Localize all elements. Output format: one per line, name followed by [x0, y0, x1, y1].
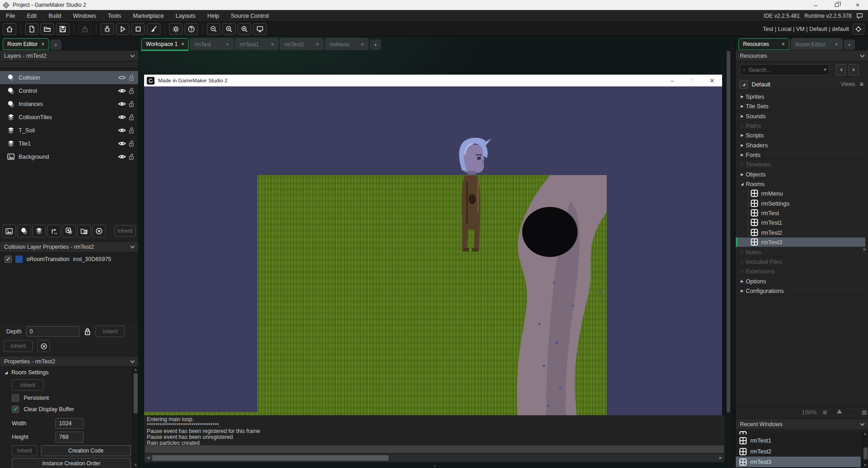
scroll-down-icon[interactable]: ▼ — [862, 463, 868, 468]
window-close-button[interactable]: × — [847, 0, 868, 10]
visibility-icon[interactable] — [118, 141, 126, 146]
menu-file[interactable]: File — [0, 10, 21, 21]
tab-room-editor[interactable]: Room Editor × — [3, 38, 49, 50]
close-icon[interactable]: × — [226, 41, 229, 48]
home-button[interactable] — [3, 23, 16, 35]
add-instance-layer-button[interactable] — [17, 225, 31, 237]
instance-color-swatch[interactable] — [15, 256, 23, 263]
new-project-button[interactable] — [25, 23, 39, 35]
tab-rmtest2[interactable]: rmTest2× — [280, 38, 324, 50]
add-layer-folder-button[interactable] — [77, 225, 91, 237]
clear-display-buffer-checkbox[interactable] — [12, 406, 19, 413]
game-maximize-button[interactable]: □ — [682, 75, 702, 86]
log-input-row[interactable] — [145, 445, 724, 453]
add-tab-button[interactable]: + — [844, 40, 855, 50]
unlock-icon[interactable] — [129, 153, 135, 160]
views-label[interactable]: Views — [841, 81, 855, 87]
tree-configurations[interactable]: Configurations — [736, 286, 865, 296]
recent-rmtest2[interactable]: rmTest2 — [736, 446, 861, 457]
scroll-up-icon[interactable]: ▲ — [862, 431, 868, 437]
expand-icon[interactable] — [738, 133, 746, 137]
tree-notes[interactable]: Notes — [736, 247, 865, 257]
zoom-reset-button[interactable] — [222, 23, 236, 35]
scroll-up-icon[interactable]: ▲ — [133, 367, 139, 372]
layer-inherit-button[interactable]: Inherit — [115, 225, 135, 237]
window-restore-button[interactable] — [826, 0, 847, 10]
menu-source-control[interactable]: Source Control — [225, 10, 274, 21]
collapse-icon[interactable] — [5, 370, 8, 375]
close-icon[interactable]: × — [271, 41, 274, 48]
tree-shaders[interactable]: Shaders — [736, 141, 865, 150]
stop-button[interactable] — [131, 23, 145, 35]
unlock-icon[interactable] — [129, 87, 135, 94]
tree-room-rmmenu[interactable]: rmMenu — [736, 189, 865, 198]
layer-row-background[interactable]: Background — [0, 150, 138, 163]
panel-collapse-handle[interactable]: ⌄ — [433, 463, 437, 468]
menu-windows[interactable]: Windows — [67, 10, 102, 21]
tree-included-files[interactable]: Included Files — [736, 257, 865, 267]
room-inherit-button[interactable]: Inherit — [12, 379, 44, 391]
expand-icon[interactable] — [738, 95, 746, 99]
creation-code-button[interactable]: Creation Code — [41, 445, 131, 456]
layer-row-tsoil[interactable]: T_Soil — [0, 124, 138, 137]
menu-edit[interactable]: Edit — [21, 10, 43, 21]
close-icon[interactable]: × — [835, 41, 838, 48]
build-target-text[interactable]: Test | Local | VM | Default | default — [763, 26, 849, 32]
lock-icon[interactable] — [84, 328, 91, 335]
visibility-icon[interactable] — [118, 88, 126, 94]
tab-rmtest1[interactable]: rmTest1× — [235, 38, 279, 50]
tree-sprites[interactable]: Sprites — [736, 92, 865, 101]
tab-resources[interactable]: Resources× — [738, 38, 789, 50]
zoom-slider-max[interactable] — [862, 410, 867, 415]
settings-button[interactable] — [169, 23, 183, 35]
tree-room-rmtest1[interactable]: rmTest1 — [736, 218, 865, 227]
instance-creation-order-button[interactable]: Instance Creation Order — [12, 458, 131, 468]
open-project-button[interactable] — [40, 23, 54, 35]
create-executable-button[interactable] — [78, 23, 92, 35]
tree-rooms[interactable]: Rooms — [736, 179, 865, 189]
search-prev-button[interactable] — [836, 64, 846, 75]
zoom-slider-track[interactable] — [829, 411, 858, 413]
add-background-layer-button[interactable] — [2, 225, 16, 237]
recent-scrollbar[interactable]: ▲ ▼ — [862, 431, 868, 468]
layer-row-tile1[interactable]: Tile1 — [0, 137, 138, 150]
zoom-in-button[interactable] — [238, 23, 251, 35]
expand-icon[interactable] — [738, 172, 746, 176]
add-tile-layer-button[interactable] — [32, 225, 46, 237]
tab-rmtest[interactable]: rmTest× — [190, 38, 234, 50]
room-width-input[interactable] — [55, 418, 84, 429]
scroll-right-icon[interactable]: ▶ — [718, 454, 724, 462]
add-workspace-button[interactable]: + — [370, 40, 381, 50]
tree-fonts[interactable]: Fonts — [736, 150, 865, 160]
tree-paths[interactable]: Paths — [736, 121, 865, 131]
creation-inherit-button[interactable]: Inherit — [12, 445, 37, 456]
debug-button[interactable] — [100, 23, 114, 35]
inherit-button[interactable]: Inherit — [4, 340, 33, 352]
resources-header[interactable]: Resources — [736, 50, 868, 61]
close-icon[interactable]: × — [181, 41, 185, 47]
visibility-icon[interactable] — [118, 114, 126, 120]
room-height-input[interactable] — [55, 432, 84, 443]
collapse-all-icon[interactable]: ◢ — [739, 80, 748, 89]
persistent-row[interactable]: Persistent — [12, 394, 49, 402]
output-log[interactable]: Entering main loop. ********************… — [144, 415, 725, 463]
tree-timelines[interactable]: Timelines — [736, 160, 865, 169]
search-next-button[interactable] — [848, 64, 859, 75]
dock-splitter[interactable] — [732, 36, 735, 468]
menu-build[interactable]: Build — [43, 10, 67, 21]
layers-header[interactable]: Layers - rmTest2 — [0, 50, 138, 61]
game-viewport[interactable] — [144, 86, 722, 415]
unlock-icon[interactable] — [129, 140, 135, 147]
tree-tilesets[interactable]: Tile Sets — [736, 101, 865, 111]
game-window-titlebar[interactable]: Made in GameMaker Studio 2 – □ ✕ — [144, 75, 722, 86]
tree-scripts[interactable]: Scripts — [736, 131, 865, 140]
add-path-layer-button[interactable] — [47, 225, 61, 237]
save-project-button[interactable] — [56, 23, 70, 35]
menu-layouts[interactable]: Layouts — [170, 10, 202, 21]
recent-rmtest1[interactable]: rmTest1 — [736, 435, 861, 446]
tab-rmmenu[interactable]: rmMenu× — [325, 38, 369, 50]
scroll-left-icon[interactable]: ◀ — [145, 454, 151, 462]
scrollbar-thumb[interactable] — [152, 455, 389, 461]
expand-icon[interactable] — [738, 289, 746, 293]
zoom-slider-min[interactable] — [823, 411, 827, 414]
